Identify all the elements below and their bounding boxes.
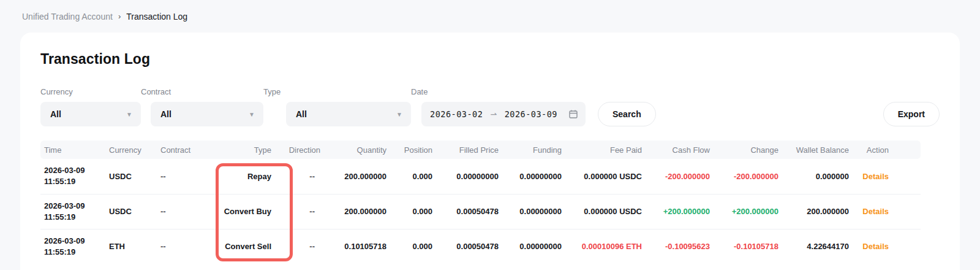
col-header-time: Time	[40, 141, 109, 159]
currency-select[interactable]: All ▼	[40, 102, 141, 126]
cell-cash-flow: -200.000000	[644, 159, 712, 194]
contract-select[interactable]: All ▼	[151, 102, 263, 126]
contract-filter-label: Contract	[141, 87, 263, 96]
cell-funding: 0.00000000	[501, 194, 564, 229]
details-link[interactable]: Details	[862, 172, 889, 181]
chevron-down-icon: ▼	[126, 111, 132, 118]
cell-funding: 0.00000000	[501, 229, 564, 264]
currency-filter: Currency All ▼	[40, 87, 141, 126]
cell-contract: --	[160, 229, 214, 264]
col-header-quantity: Quantity	[323, 141, 389, 159]
col-header-cash-flow: Cash Flow	[644, 141, 712, 159]
cell-quantity: 200.000000	[323, 194, 389, 229]
cell-filled-price: 0.00000000	[435, 159, 501, 194]
page-title: Transaction Log	[40, 51, 940, 68]
col-header-contract: Contract	[160, 141, 214, 159]
col-header-type: Type	[214, 141, 274, 159]
table-row: 2026-03-09 11:55:19 ETH -- Convert Sell …	[40, 229, 921, 264]
cell-position: 0.000	[389, 229, 435, 264]
col-header-currency: Currency	[109, 141, 160, 159]
col-header-action: Action	[851, 141, 921, 159]
cell-wallet-balance: 4.22644170	[781, 229, 851, 264]
cell-type: Repay	[214, 159, 274, 194]
type-filter: Type All ▼	[263, 87, 411, 126]
cell-time: 2026-03-09 11:55:19	[40, 159, 109, 194]
cell-type: Convert Buy	[214, 194, 274, 229]
cell-change: +200.000000	[712, 194, 781, 229]
cell-currency: USDC	[109, 194, 160, 229]
cell-quantity: 200.000000	[323, 159, 389, 194]
contract-filter: Contract All ▼	[141, 87, 263, 126]
breadcrumb-current: Transaction Log	[126, 12, 187, 21]
search-button[interactable]: Search	[598, 102, 656, 126]
cell-contract: --	[160, 194, 214, 229]
table-row: 2026-03-09 11:55:19 USDC -- Convert Buy …	[40, 194, 921, 229]
date-filter-label: Date	[411, 87, 586, 96]
table-row: 2026-03-09 11:55:19 USDC -- Repay -- 200…	[40, 159, 921, 194]
table-header-row: Time Currency Contract Type Direction Qu…	[40, 141, 921, 159]
cell-direction: --	[274, 229, 323, 264]
type-select[interactable]: All ▼	[286, 102, 411, 126]
cell-position: 0.000	[389, 194, 435, 229]
breadcrumb: Unified Trading Account › Transaction Lo…	[0, 0, 980, 21]
cell-cash-flow: +200.000000	[644, 194, 712, 229]
cell-action: Details	[851, 229, 921, 264]
cell-quantity: 0.10105718	[323, 229, 389, 264]
currency-select-value: All	[50, 109, 61, 119]
details-link[interactable]: Details	[862, 207, 889, 216]
col-header-fee-paid: Fee Paid	[564, 141, 644, 159]
date-range-end: 2026-03-09	[505, 109, 557, 119]
cell-direction: --	[274, 194, 323, 229]
cell-fee-paid: 0.000000 USDC	[564, 159, 644, 194]
filters-bar: Currency All ▼ Contract All ▼ Type All ▼…	[40, 87, 940, 126]
export-button[interactable]: Export	[883, 102, 940, 126]
col-header-funding: Funding	[501, 141, 564, 159]
col-header-filled-price: Filled Price	[435, 141, 501, 159]
cell-contract: --	[160, 159, 214, 194]
date-range-arrow-icon: ⇀	[490, 110, 497, 119]
calendar-icon	[568, 109, 578, 119]
cell-filled-price: 0.00050478	[435, 194, 501, 229]
col-header-wallet-balance: Wallet Balance	[781, 141, 851, 159]
col-header-direction: Direction	[274, 141, 323, 159]
type-filter-label: Type	[263, 87, 411, 96]
cell-wallet-balance: 200.000000	[781, 194, 851, 229]
col-header-change: Change	[712, 141, 781, 159]
cell-time: 2026-03-09 11:55:19	[40, 194, 109, 229]
date-range-picker[interactable]: 2026-03-02 ⇀ 2026-03-09	[421, 102, 586, 126]
cell-type: Convert Sell	[214, 229, 274, 264]
date-range-start: 2026-03-02	[430, 109, 483, 119]
chevron-down-icon: ▼	[396, 111, 402, 118]
cell-currency: ETH	[109, 229, 160, 264]
cell-direction: --	[274, 159, 323, 194]
breadcrumb-separator-icon: ›	[118, 12, 121, 21]
chevron-down-icon: ▼	[249, 111, 255, 118]
cell-time: 2026-03-09 11:55:19	[40, 229, 109, 264]
cell-filled-price: 0.00050478	[435, 229, 501, 264]
details-link[interactable]: Details	[862, 242, 889, 251]
date-filter: Date 2026-03-02 ⇀ 2026-03-09	[411, 87, 586, 126]
cell-position: 0.000	[389, 159, 435, 194]
type-select-value: All	[296, 109, 307, 119]
cell-wallet-balance: 0.000000	[781, 159, 851, 194]
cell-change: -200.000000	[712, 159, 781, 194]
cell-fee-paid: 0.00010096 ETH	[564, 229, 644, 264]
cell-cash-flow: -0.10095623	[644, 229, 712, 264]
col-header-position: Position	[389, 141, 435, 159]
cell-action: Details	[851, 159, 921, 194]
transaction-table-wrap: Time Currency Contract Type Direction Qu…	[40, 141, 940, 264]
cell-currency: USDC	[109, 159, 160, 194]
cell-funding: 0.00000000	[501, 159, 564, 194]
currency-filter-label: Currency	[40, 87, 141, 96]
transaction-table: Time Currency Contract Type Direction Qu…	[40, 141, 921, 264]
breadcrumb-parent-link[interactable]: Unified Trading Account	[22, 12, 113, 21]
cell-action: Details	[851, 194, 921, 229]
cell-fee-paid: 0.000000 USDC	[564, 194, 644, 229]
cell-change: -0.10105718	[712, 229, 781, 264]
transaction-log-card: Transaction Log Currency All ▼ Contract …	[20, 33, 960, 270]
contract-select-value: All	[160, 109, 172, 119]
